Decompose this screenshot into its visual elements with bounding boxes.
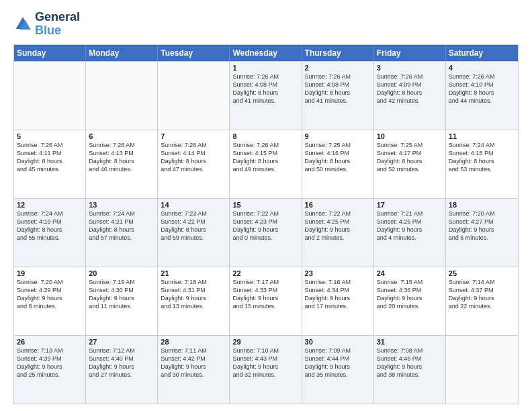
cell-line: Sunset: 4:44 PM xyxy=(305,355,371,363)
day-cell-3: 3Sunrise: 7:26 AMSunset: 4:09 PMDaylight… xyxy=(374,62,446,130)
header-day-sunday: Sunday xyxy=(14,45,86,61)
day-number: 2 xyxy=(305,64,371,72)
cell-line: Sunset: 4:43 PM xyxy=(232,355,298,363)
day-cell-27: 27Sunrise: 7:12 AMSunset: 4:40 PMDayligh… xyxy=(86,336,158,404)
header: General Blue xyxy=(13,11,519,38)
day-number: 7 xyxy=(161,132,226,140)
day-number: 24 xyxy=(377,269,443,277)
day-cell-12: 12Sunrise: 7:24 AMSunset: 4:19 PMDayligh… xyxy=(14,199,86,267)
day-number: 26 xyxy=(17,338,83,346)
cell-line: Sunset: 4:46 PM xyxy=(377,355,443,363)
calendar-body: 1Sunrise: 7:26 AMSunset: 4:08 PMDaylight… xyxy=(14,61,518,404)
cell-line: and 30 minutes. xyxy=(161,371,226,379)
day-cell-20: 20Sunrise: 7:19 AMSunset: 4:30 PMDayligh… xyxy=(86,267,158,335)
cell-line: Sunrise: 7:26 AM xyxy=(161,141,226,149)
empty-cell-0-2 xyxy=(158,62,230,130)
day-number: 22 xyxy=(232,269,298,277)
cell-line: and 0 minutes. xyxy=(232,234,298,242)
day-number: 14 xyxy=(161,201,226,209)
cell-line: Sunset: 4:09 PM xyxy=(377,81,443,89)
calendar-row-2: 12Sunrise: 7:24 AMSunset: 4:19 PMDayligh… xyxy=(14,198,518,267)
day-cell-8: 8Sunrise: 7:26 AMSunset: 4:15 PMDaylight… xyxy=(230,130,302,198)
cell-line: Sunset: 4:31 PM xyxy=(161,286,226,294)
day-number: 19 xyxy=(17,269,83,277)
cell-line: Sunset: 4:37 PM xyxy=(449,286,515,294)
day-number: 21 xyxy=(161,269,226,277)
calendar-row-1: 5Sunrise: 7:26 AMSunset: 4:11 PMDaylight… xyxy=(14,130,518,198)
cell-line: Daylight: 8 hours xyxy=(161,157,226,165)
cell-line: Sunset: 4:18 PM xyxy=(449,149,515,157)
header-day-wednesday: Wednesday xyxy=(230,45,302,61)
cell-line: Sunrise: 7:26 AM xyxy=(377,73,443,81)
empty-cell-0-1 xyxy=(86,62,158,130)
cell-line: Sunset: 4:39 PM xyxy=(17,355,83,363)
logo: General Blue xyxy=(13,11,80,38)
cell-line: Daylight: 8 hours xyxy=(161,226,226,234)
cell-line: Sunset: 4:15 PM xyxy=(232,149,298,157)
cell-line: Daylight: 9 hours xyxy=(305,363,371,371)
cell-line: Daylight: 8 hours xyxy=(232,157,298,165)
cell-line: and 49 minutes. xyxy=(232,165,298,173)
cell-line: Daylight: 8 hours xyxy=(232,89,298,97)
day-number: 28 xyxy=(161,338,226,346)
day-cell-28: 28Sunrise: 7:11 AMSunset: 4:42 PMDayligh… xyxy=(158,336,230,404)
calendar-row-0: 1Sunrise: 7:26 AMSunset: 4:08 PMDaylight… xyxy=(14,61,518,130)
calendar-header: SundayMondayTuesdayWednesdayThursdayFrid… xyxy=(14,45,518,61)
day-number: 30 xyxy=(305,338,371,346)
day-cell-22: 22Sunrise: 7:17 AMSunset: 4:33 PMDayligh… xyxy=(230,267,302,335)
day-number: 11 xyxy=(449,132,515,140)
day-number: 16 xyxy=(305,201,371,209)
cell-line: Daylight: 8 hours xyxy=(449,89,515,97)
cell-line: Daylight: 8 hours xyxy=(89,226,154,234)
cell-line: Sunrise: 7:24 AM xyxy=(17,210,83,218)
cell-line: Sunset: 4:27 PM xyxy=(449,218,515,226)
cell-line: Sunrise: 7:26 AM xyxy=(449,73,515,81)
cell-line: and 52 minutes. xyxy=(377,165,443,173)
cell-line: Sunset: 4:34 PM xyxy=(305,286,371,294)
cell-line: and 6 minutes. xyxy=(449,234,515,242)
day-cell-9: 9Sunrise: 7:25 AMSunset: 4:16 PMDaylight… xyxy=(302,130,374,198)
day-cell-11: 11Sunrise: 7:24 AMSunset: 4:18 PMDayligh… xyxy=(446,130,518,198)
cell-line: Daylight: 9 hours xyxy=(17,294,83,302)
cell-line: Sunset: 4:25 PM xyxy=(305,218,371,226)
logo-text: General Blue xyxy=(35,11,80,38)
cell-line: Sunrise: 7:20 AM xyxy=(17,278,83,286)
header-day-thursday: Thursday xyxy=(302,45,374,61)
cell-line: Daylight: 9 hours xyxy=(232,363,298,371)
cell-line: Sunrise: 7:24 AM xyxy=(89,210,154,218)
day-cell-5: 5Sunrise: 7:26 AMSunset: 4:11 PMDaylight… xyxy=(14,130,86,198)
day-cell-4: 4Sunrise: 7:26 AMSunset: 4:10 PMDaylight… xyxy=(446,62,518,130)
cell-line: and 57 minutes. xyxy=(89,234,154,242)
cell-line: Sunset: 4:08 PM xyxy=(305,81,371,89)
cell-line: Daylight: 8 hours xyxy=(377,157,443,165)
empty-cell-0-0 xyxy=(14,62,86,130)
day-number: 8 xyxy=(232,132,298,140)
cell-line: Sunrise: 7:19 AM xyxy=(89,278,154,286)
cell-line: and 41 minutes. xyxy=(232,97,298,105)
cell-line: Sunset: 4:33 PM xyxy=(232,286,298,294)
day-number: 23 xyxy=(305,269,371,277)
day-number: 6 xyxy=(89,132,154,140)
cell-line: Daylight: 9 hours xyxy=(89,294,154,302)
cell-line: Sunrise: 7:26 AM xyxy=(89,141,154,149)
cell-line: Sunrise: 7:22 AM xyxy=(232,210,298,218)
cell-line: Sunrise: 7:08 AM xyxy=(377,347,443,355)
cell-line: Sunset: 4:26 PM xyxy=(377,218,443,226)
cell-line: Daylight: 9 hours xyxy=(232,294,298,302)
day-number: 17 xyxy=(377,201,443,209)
cell-line: Daylight: 9 hours xyxy=(449,294,515,302)
day-number: 13 xyxy=(89,201,154,209)
cell-line: Sunset: 4:42 PM xyxy=(161,355,226,363)
cell-line: Daylight: 8 hours xyxy=(305,157,371,165)
cell-line: Daylight: 9 hours xyxy=(161,363,226,371)
cell-line: and 47 minutes. xyxy=(161,165,226,173)
cell-line: Sunrise: 7:20 AM xyxy=(449,210,515,218)
cell-line: Sunrise: 7:12 AM xyxy=(89,347,154,355)
cell-line: and 4 minutes. xyxy=(377,234,443,242)
day-cell-30: 30Sunrise: 7:09 AMSunset: 4:44 PMDayligh… xyxy=(302,336,374,404)
cell-line: Sunset: 4:36 PM xyxy=(377,286,443,294)
cell-line: Sunset: 4:23 PM xyxy=(232,218,298,226)
cell-line: and 44 minutes. xyxy=(449,97,515,105)
day-cell-16: 16Sunrise: 7:22 AMSunset: 4:25 PMDayligh… xyxy=(302,199,374,267)
day-cell-19: 19Sunrise: 7:20 AMSunset: 4:29 PMDayligh… xyxy=(14,267,86,335)
